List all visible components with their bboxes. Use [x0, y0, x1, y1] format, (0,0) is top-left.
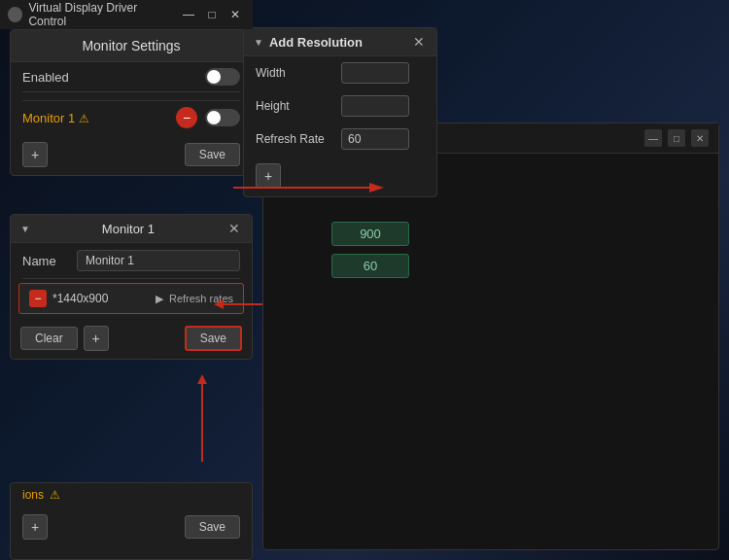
inner-height-row: 900	[331, 222, 699, 246]
minimize-button[interactable]: —	[179, 5, 198, 24]
arrow-to-save	[192, 374, 212, 462]
app-icon	[8, 7, 22, 22]
detail-collapse-icon[interactable]: ▼	[20, 224, 30, 234]
monitor-detail-header: ▼ Monitor 1 ✕	[11, 215, 252, 243]
height-row: Height	[244, 89, 436, 122]
monitor-warn-row: Monitor 1 ⚠ −	[11, 101, 252, 134]
monitor-remove-button[interactable]: −	[176, 107, 197, 128]
toggle-knob	[207, 70, 221, 84]
name-row: Name	[11, 243, 252, 278]
arrow-to-resolution	[214, 295, 262, 314]
add-resolution-header: ▼ Add Resolution ✕	[244, 28, 436, 56]
maximize-button[interactable]: □	[202, 5, 222, 24]
enabled-toggle[interactable]	[205, 68, 240, 86]
refresh-rate-input[interactable]	[341, 128, 409, 150]
refresh-rate-label: Refresh Rate	[256, 132, 333, 146]
height-input[interactable]	[341, 95, 409, 117]
inner-close-button[interactable]: ✕	[691, 129, 709, 147]
monitor-settings-title: Monitor Settings	[11, 30, 252, 62]
width-input[interactable]	[341, 62, 409, 84]
monitor-settings-save-button[interactable]: Save	[185, 143, 240, 166]
monitor-toggle-knob	[207, 111, 221, 124]
close-button[interactable]: ✕	[226, 5, 245, 24]
title-bar-controls: — □ ✕	[179, 5, 245, 24]
width-label: Width	[256, 66, 333, 80]
width-row: Width	[244, 56, 436, 89]
resolution-row: − *1440x900 ▶ Refresh rates	[18, 283, 244, 314]
add-monitor-button[interactable]: +	[22, 142, 48, 167]
monitor-warn-label: Monitor 1 ⚠	[22, 111, 168, 125]
refresh-rate-row: Refresh Rate	[244, 122, 436, 156]
monitor-detail-panel: ▼ Monitor 1 ✕ Name − *1440x900 ▶ Refresh…	[10, 214, 253, 360]
enabled-label: Enabled	[22, 70, 197, 85]
monitor-settings-actions: + Save	[11, 134, 252, 175]
add-resolution-close-button[interactable]: ✕	[411, 34, 427, 50]
svg-marker-6	[369, 183, 384, 192]
arrow-horizontal-top	[233, 178, 389, 197]
name-input[interactable]	[77, 250, 240, 271]
resolution-remove-button[interactable]: −	[29, 290, 47, 307]
add-resolution-title: Add Resolution	[269, 35, 405, 50]
svg-marker-8	[214, 299, 224, 309]
add-resolution-panel: ▼ Add Resolution ✕ Width Height Refresh …	[243, 27, 437, 197]
detail-add-button[interactable]: +	[84, 326, 109, 351]
bottom-warn-icon: ⚠	[50, 488, 60, 502]
bottom-panel: ions ⚠ + Save	[10, 482, 253, 560]
detail-separator	[22, 278, 240, 279]
svg-marker-10	[197, 374, 207, 384]
height-label: Height	[256, 99, 333, 113]
warn-icon: ⚠	[79, 112, 89, 125]
monitor-detail-title: Monitor 1	[38, 222, 219, 236]
inner-minimize-button[interactable]: —	[644, 129, 662, 147]
bottom-add-button[interactable]: +	[22, 514, 48, 540]
title-bar: Virtual Display Driver Control — □ ✕	[0, 0, 253, 29]
clear-button[interactable]: Clear	[20, 327, 78, 350]
inner-height-field: 900	[331, 222, 409, 246]
app-title: Virtual Display Driver Control	[28, 1, 173, 28]
inner-maximize-button[interactable]: □	[668, 129, 685, 147]
name-label: Name	[22, 254, 69, 268]
inner-refresh-field: 60	[331, 254, 409, 278]
bottom-panel-actions: + Save	[11, 507, 252, 547]
monitor-detail-close-button[interactable]: ✕	[226, 221, 242, 236]
add-res-collapse-icon[interactable]: ▼	[254, 37, 263, 48]
monitor-settings-panel: Monitor Settings Enabled Monitor 1 ⚠ − +…	[10, 29, 253, 176]
resolution-arrow-icon: ▶	[156, 293, 163, 305]
detail-save-button[interactable]: Save	[185, 326, 242, 351]
resolution-text: *1440x900	[52, 292, 150, 305]
detail-bottom-actions: Clear + Save	[11, 318, 252, 359]
enabled-row: Enabled	[11, 62, 252, 91]
inner-refresh-row: 60	[331, 254, 699, 278]
bottom-warn-label: ions	[22, 488, 44, 502]
bottom-save-button[interactable]: Save	[185, 515, 240, 539]
bottom-warn-row: ions ⚠	[11, 483, 252, 507]
monitor-toggle[interactable]	[205, 109, 240, 126]
